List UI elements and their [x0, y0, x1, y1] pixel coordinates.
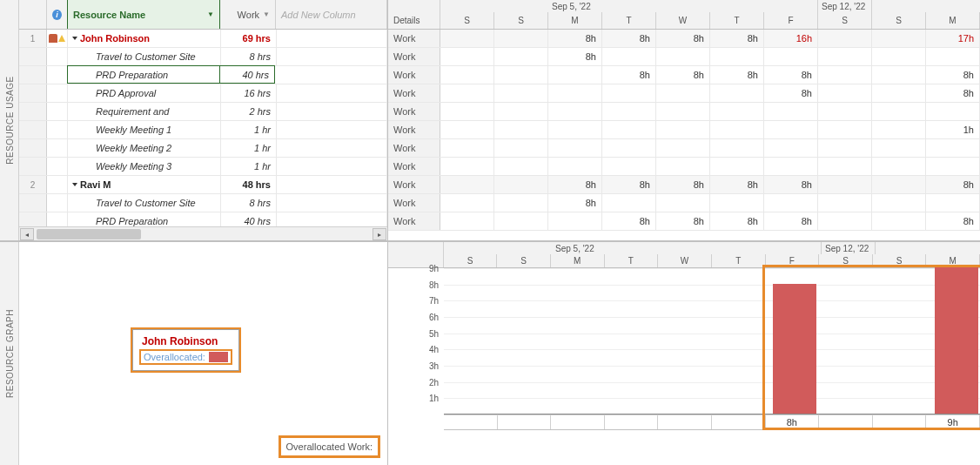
- timephased-cell[interactable]: 8h: [926, 84, 980, 102]
- name-cell[interactable]: PRD Approval: [68, 84, 221, 102]
- timephased-cell[interactable]: [872, 212, 926, 230]
- timephased-cell[interactable]: 8h: [656, 212, 710, 230]
- timephased-cell[interactable]: [494, 194, 548, 212]
- timephased-cell[interactable]: [440, 139, 494, 157]
- timephased-cell[interactable]: 8h: [602, 30, 656, 47]
- row-number[interactable]: [19, 194, 47, 212]
- timephased-cell[interactable]: 8h: [926, 212, 980, 230]
- name-cell[interactable]: Weekly Meeting 3: [68, 158, 221, 175]
- resource-name-column-header[interactable]: Resource Name ▼: [67, 0, 220, 29]
- timephased-cell[interactable]: [764, 103, 818, 120]
- task-row[interactable]: Weekly Meeting 11 hr: [19, 121, 387, 139]
- row-number[interactable]: [19, 103, 47, 120]
- timephased-cell[interactable]: 8h: [764, 176, 818, 193]
- timephased-cell[interactable]: 8h: [602, 176, 656, 193]
- expand-caret-icon[interactable]: [72, 183, 77, 186]
- timephased-cell[interactable]: 8h: [656, 176, 710, 193]
- timephased-cell[interactable]: [494, 139, 548, 157]
- timephased-cell[interactable]: [764, 48, 818, 65]
- timephased-cell[interactable]: [818, 139, 872, 157]
- timephased-row[interactable]: Work: [388, 158, 980, 176]
- timephased-cell[interactable]: [494, 30, 548, 47]
- timephased-cell[interactable]: [710, 139, 764, 157]
- timephased-cell[interactable]: [440, 121, 494, 138]
- timephased-cell[interactable]: [818, 30, 872, 47]
- timephased-row[interactable]: Work8h8h: [388, 84, 980, 103]
- timephased-cell[interactable]: [494, 103, 548, 120]
- timephased-cell[interactable]: 8h: [710, 66, 764, 84]
- timephased-cell[interactable]: [710, 103, 764, 120]
- timephased-cell[interactable]: 8h: [602, 66, 656, 84]
- timephased-cell[interactable]: [440, 66, 494, 84]
- task-row[interactable]: Travel to Customer Site8 hrs: [19, 48, 387, 66]
- work-cell[interactable]: 69 hrs: [221, 30, 277, 47]
- chevron-down-icon[interactable]: ▼: [207, 10, 214, 18]
- timephased-cell[interactable]: [440, 176, 494, 193]
- add-new-column[interactable]: Add New Column: [276, 0, 387, 29]
- timephased-row[interactable]: Work: [388, 103, 980, 121]
- timephased-cell[interactable]: [872, 103, 926, 120]
- timephased-cell[interactable]: 8h: [764, 66, 818, 84]
- timephased-cell[interactable]: [494, 158, 548, 175]
- timephased-cell[interactable]: [440, 103, 494, 120]
- name-cell[interactable]: Weekly Meeting 2: [68, 139, 221, 157]
- timephased-cell[interactable]: [656, 48, 710, 65]
- timephased-cell[interactable]: [440, 48, 494, 65]
- horizontal-scrollbar[interactable]: ◂ ▸: [19, 226, 387, 240]
- timephased-cell[interactable]: [440, 30, 494, 47]
- timephased-cell[interactable]: [494, 121, 548, 138]
- timephased-cell[interactable]: 8h: [926, 176, 980, 193]
- task-row[interactable]: PRD Preparation40 hrs: [19, 66, 387, 84]
- timephased-cell[interactable]: [602, 158, 656, 175]
- timephased-cell[interactable]: [602, 48, 656, 65]
- row-number[interactable]: 1: [19, 30, 47, 47]
- timephased-cell[interactable]: [494, 84, 548, 102]
- task-row[interactable]: Weekly Meeting 21 hr: [19, 139, 387, 158]
- timephased-cell[interactable]: 8h: [710, 212, 764, 230]
- timephased-cell[interactable]: [872, 158, 926, 175]
- work-cell[interactable]: 40 hrs: [221, 212, 277, 226]
- timephased-cell[interactable]: [710, 194, 764, 212]
- row-number[interactable]: [19, 158, 47, 175]
- timephased-cell[interactable]: [872, 30, 926, 47]
- timephased-cell[interactable]: [764, 121, 818, 138]
- timephased-cell[interactable]: [602, 103, 656, 120]
- row-number[interactable]: [19, 139, 47, 157]
- timephased-cell[interactable]: 8h: [710, 176, 764, 193]
- timephased-cell[interactable]: 8h: [656, 30, 710, 47]
- row-number[interactable]: [19, 48, 47, 65]
- timephased-cell[interactable]: [656, 103, 710, 120]
- timephased-row[interactable]: Work8h8h8h8h16h17h: [388, 30, 980, 48]
- resource-row[interactable]: 2Ravi M48 hrs: [19, 176, 387, 194]
- work-cell[interactable]: 40 hrs: [219, 65, 275, 84]
- timephased-row[interactable]: Work1h: [388, 121, 980, 139]
- timephased-cell[interactable]: [764, 194, 818, 212]
- timephased-cell[interactable]: [872, 121, 926, 138]
- scroll-left-button[interactable]: ◂: [20, 228, 34, 240]
- timephased-cell[interactable]: [710, 121, 764, 138]
- timephased-row[interactable]: Work8h8h8h8h8h8h: [388, 176, 980, 194]
- timephased-cell[interactable]: [548, 66, 602, 84]
- timephased-cell[interactable]: [548, 103, 602, 120]
- scrollbar-thumb[interactable]: [37, 229, 141, 239]
- timephased-cell[interactable]: 16h: [764, 30, 818, 47]
- timephased-cell[interactable]: [926, 139, 980, 157]
- name-cell[interactable]: PRD Preparation: [67, 65, 220, 84]
- timephased-cell[interactable]: [926, 48, 980, 65]
- timephased-cell[interactable]: [440, 158, 494, 175]
- task-row[interactable]: Travel to Customer Site8 hrs: [19, 194, 387, 212]
- timephased-cell[interactable]: 17h: [926, 30, 980, 47]
- expand-caret-icon[interactable]: [72, 37, 77, 40]
- timephased-cell[interactable]: 8h: [548, 30, 602, 47]
- task-row[interactable]: Requirement and2 hrs: [19, 103, 387, 121]
- timephased-cell[interactable]: [602, 194, 656, 212]
- name-cell[interactable]: John Robinson: [68, 30, 221, 47]
- chevron-down-icon[interactable]: ▼: [263, 10, 270, 18]
- timephased-cell[interactable]: [926, 194, 980, 212]
- timephased-cell[interactable]: [818, 84, 872, 102]
- timephased-cell[interactable]: [872, 84, 926, 102]
- timephased-cell[interactable]: [656, 194, 710, 212]
- timephased-cell[interactable]: [818, 103, 872, 120]
- work-cell[interactable]: 8 hrs: [221, 194, 277, 212]
- timephased-cell[interactable]: [818, 212, 872, 230]
